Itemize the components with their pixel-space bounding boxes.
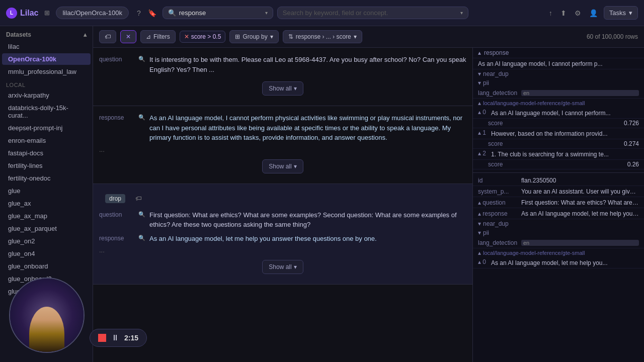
- topbar-info-icons: ? 🔖: [135, 7, 158, 19]
- filter-icon: ⊿: [146, 33, 151, 40]
- question-search-icon-3[interactable]: 🔍: [138, 210, 145, 218]
- sidebar-item-mmlu[interactable]: mmlu_professional_law: [2, 66, 91, 77]
- rp-score-0-key: score: [488, 120, 621, 127]
- dataset-selector[interactable]: lilac/OpenOrca-100k: [56, 7, 129, 19]
- show-all-label-2: Show all: [269, 163, 291, 170]
- response-search-icon-3[interactable]: 🔍: [138, 234, 145, 241]
- bookmark-icon[interactable]: 🔖: [146, 7, 158, 19]
- tasks-button[interactable]: Tasks ▾: [604, 6, 638, 20]
- ellipsis-3: ...: [93, 245, 472, 255]
- video-content: [10, 279, 84, 352]
- rp-item-2-val: 1. The club is searching for a swimming …: [491, 150, 639, 158]
- sidebar-item-fastapi[interactable]: fastapi-docs: [2, 147, 91, 159]
- sort-button[interactable]: ⇅ response › ... › score ▾: [283, 30, 362, 43]
- local-label: local: [0, 78, 93, 89]
- rp-model-expand[interactable]: ▴ local/language-model-reference/gte-sma…: [473, 99, 644, 108]
- rp-id-key: id: [478, 176, 518, 184]
- rp-index-1[interactable]: ▴ 1: [478, 129, 488, 136]
- sidebar-item-glue-onboard[interactable]: glue_onboard: [2, 260, 91, 272]
- rp-sysp-row: system_p... You are an AI assistant. Use…: [473, 186, 644, 197]
- question-field-row: question 🔍 It is interesting to be with …: [93, 53, 472, 76]
- show-all-button-1[interactable]: Show all ▾: [262, 81, 303, 96]
- rp-lang-key-b: lang_detection: [478, 238, 518, 246]
- rp-model-b[interactable]: ▴ local/language-model-reference/gte-sma…: [473, 248, 644, 257]
- search-dropdown-chevron[interactable]: ▾: [265, 10, 268, 16]
- tasks-chevron: ▾: [629, 9, 632, 17]
- sort-label: response › ... › score: [296, 33, 351, 40]
- question-field-label-3: question: [99, 210, 134, 218]
- rp-response-label: response: [484, 49, 509, 56]
- sidebar-item-fertility-onedoc[interactable]: fertility-onedoc: [2, 172, 91, 184]
- tag-icon-btn[interactable]: 🏷: [99, 30, 116, 43]
- keyword-search-input[interactable]: [283, 9, 457, 17]
- user-icon[interactable]: 👤: [587, 7, 600, 19]
- ellipsis-2: ...: [93, 145, 472, 154]
- filter-remove-btn[interactable]: ✕: [120, 30, 136, 43]
- sidebar-item-arxiv[interactable]: arxiv-karpathy: [2, 89, 91, 101]
- person-silhouette: [29, 307, 64, 352]
- datasets-label: Datasets: [6, 31, 31, 38]
- sidebar-toggle-icon[interactable]: ⊞: [42, 7, 52, 19]
- question-field-value: It is interesting to be with them. Pleas…: [149, 55, 466, 74]
- recording-bar: ⏸ 2:15: [90, 329, 147, 347]
- question-field-value-3: First question: What are ethics? What ar…: [149, 210, 466, 230]
- response-search-icon[interactable]: 🔍: [138, 113, 145, 121]
- search-input[interactable]: [179, 9, 262, 17]
- rp-collapse-icon[interactable]: ▴: [478, 49, 481, 56]
- rp-item-0-val: As an AI language model, I cannot perfor…: [491, 109, 639, 117]
- rp-near-dup-b[interactable]: ▾ near_dup: [473, 219, 644, 228]
- left-panel: question 🔍 It is interesting to be with …: [93, 48, 473, 362]
- rp-response-value-row: As an AI language model, I cannot perfor…: [473, 58, 644, 69]
- filters-button[interactable]: ⊿ Filters: [140, 30, 176, 43]
- tasks-label: Tasks: [609, 9, 626, 17]
- rp-pii-expandable[interactable]: ▾ pii: [473, 78, 644, 87]
- response-field-label: response: [99, 113, 134, 121]
- rp-response-val-b: As an AI language model, let me help you…: [521, 209, 639, 217]
- rp-near-dup-expandable[interactable]: ▾ near_dup: [473, 69, 644, 78]
- show-all-button-2[interactable]: Show all ▾: [262, 159, 303, 173]
- show-all-chevron-2: ▾: [294, 163, 297, 170]
- keyword-search-chevron[interactable]: ▾: [460, 10, 463, 16]
- datasets-collapse-icon[interactable]: ▴: [84, 31, 87, 38]
- question-search-icon[interactable]: 🔍: [138, 55, 145, 62]
- filter-tag-remove-icon[interactable]: ✕: [184, 33, 189, 40]
- sidebar-item-glue-on4[interactable]: glue_on4: [2, 248, 91, 259]
- sidebar-item-glue-ax-parquet[interactable]: glue_ax_parquet: [2, 223, 91, 234]
- question-field-row-3: question 🔍 First question: What are ethi…: [93, 208, 472, 232]
- tag-icon-row[interactable]: 🏷: [135, 195, 142, 202]
- sidebar-item-deepset[interactable]: deepset-prompt-inj: [2, 122, 91, 134]
- sidebar-item-glue[interactable]: glue: [2, 185, 91, 197]
- rp-model-collapse-icon: ▴: [478, 100, 481, 107]
- rp-question-row-b: ▴ question First question: What are ethi…: [473, 197, 644, 208]
- rp-score-1-key: score: [488, 140, 621, 147]
- share-icon[interactable]: ↑: [547, 7, 554, 19]
- response-field-row-3: response 🔍 As an AI language model, let …: [93, 232, 472, 246]
- rp-sysp-key: system_p...: [478, 187, 518, 195]
- record-stop-button[interactable]: [98, 334, 106, 342]
- upload-icon[interactable]: ⬆: [558, 7, 569, 19]
- rp-index-2[interactable]: ▴ 2: [478, 150, 488, 157]
- sidebar-item-lilac[interactable]: lilac: [2, 41, 91, 52]
- rp-model-item-0: ▴ 0 As an AI language model, I cannot pe…: [473, 108, 644, 119]
- show-all-label-1: Show all: [269, 85, 291, 92]
- sidebar-item-enron[interactable]: enron-emails: [2, 135, 91, 146]
- sidebar-item-glue-on2[interactable]: glue_on2: [2, 235, 91, 247]
- sidebar-item-openorca[interactable]: OpenOrca-100k: [2, 53, 91, 65]
- info-icon[interactable]: ?: [135, 7, 143, 19]
- pause-button[interactable]: ⏸: [111, 333, 119, 342]
- rp-question-val-b: First question: What are ethics? What ar…: [521, 198, 639, 206]
- rp-pii-b[interactable]: ▾ pii: [473, 228, 644, 237]
- show-all-label-3: Show all: [269, 263, 291, 270]
- group-icon: ⊞: [235, 33, 240, 40]
- sidebar-item-glue-ax-map[interactable]: glue_ax_map: [2, 210, 91, 222]
- sidebar-item-glue-ax[interactable]: glue_ax: [2, 198, 91, 209]
- sort-icon: ⇅: [288, 33, 293, 40]
- rp-index-0-b[interactable]: ▴ 0: [478, 258, 488, 265]
- sidebar-item-fertility-lines[interactable]: fertility-lines: [2, 160, 91, 171]
- show-all-button-3[interactable]: Show all ▾: [262, 260, 303, 274]
- rp-index-0[interactable]: ▴ 0: [478, 109, 488, 116]
- group-by-button[interactable]: ⊞ Group by ▾: [229, 30, 278, 43]
- rp-score-2-val: 0.26: [627, 161, 639, 168]
- sidebar-item-databricks[interactable]: databricks-dolly-15k-curat...: [2, 102, 91, 121]
- settings-icon[interactable]: ⚙: [573, 7, 583, 19]
